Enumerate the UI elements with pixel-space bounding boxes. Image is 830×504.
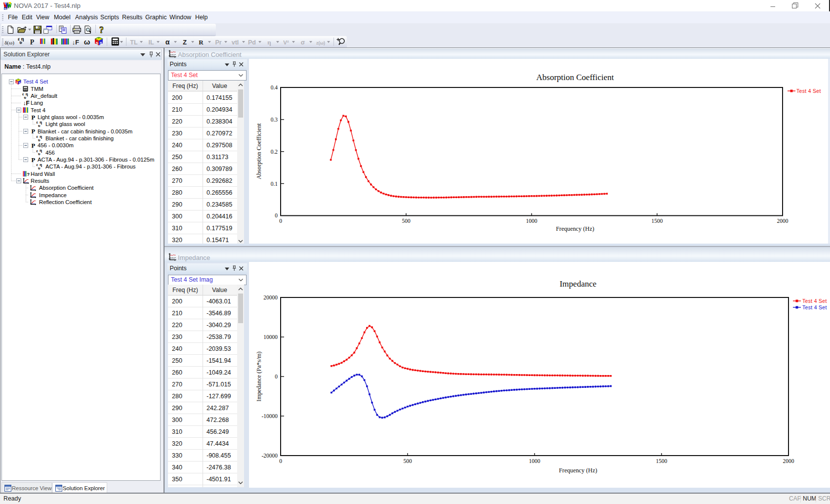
svg-text:Absorption Coefficient: Absorption Coefficient — [537, 73, 614, 82]
svg-text:υ: υ — [38, 137, 41, 142]
svg-text:Test 4 Set: Test 4 Set — [23, 79, 48, 84]
svg-text:α: α — [166, 38, 170, 46]
svg-text:0.3: 0.3 — [271, 117, 278, 123]
svg-text:Impedance: Impedance — [39, 192, 67, 198]
svg-text:Absorption Coefficient: Absorption Coefficient — [39, 185, 94, 191]
svg-text:-20000: -20000 — [261, 453, 278, 459]
svg-text:S: S — [100, 41, 102, 45]
svg-text:Reflection Coefficient: Reflection Coefficient — [39, 199, 92, 205]
svg-text:Hard Wall: Hard Wall — [31, 171, 55, 177]
svg-text:Test 4 Set: Test 4 Set — [802, 298, 827, 304]
svg-text:0: 0 — [275, 212, 278, 218]
svg-text:1500: 1500 — [656, 458, 667, 464]
svg-text:z(ω): z(ω) — [316, 41, 325, 45]
svg-text:Results: Results — [31, 178, 49, 184]
svg-text:↓F: ↓F — [23, 100, 30, 107]
svg-text:δ(ω): δ(ω) — [4, 40, 14, 46]
svg-text:500: 500 — [402, 218, 411, 224]
svg-text:Frequency (Hz): Frequency (Hz) — [556, 225, 594, 232]
svg-text:Frequency (Hz): Frequency (Hz) — [559, 467, 597, 474]
svg-text:500: 500 — [403, 458, 412, 464]
svg-text:υ: υ — [38, 166, 41, 170]
svg-text:Impedance: Impedance — [560, 279, 597, 289]
svg-text:0.2: 0.2 — [271, 149, 278, 155]
svg-text:10000: 10000 — [263, 334, 278, 340]
svg-text:ACTA - Aug.94 - p.301-306 - Fi: ACTA - Aug.94 - p.301-306 - Fibrous - 0.… — [38, 157, 155, 163]
svg-text:ω: ω — [84, 38, 90, 46]
svg-text:Blanket - car cabin finishing: Blanket - car cabin finishing — [45, 135, 114, 141]
svg-text:υ: υ — [38, 123, 41, 128]
svg-text:1500: 1500 — [652, 218, 663, 224]
svg-text:-10000: -10000 — [261, 413, 278, 419]
svg-text:2000: 2000 — [777, 218, 788, 224]
svg-text:0: 0 — [279, 458, 282, 464]
svg-text:σ: σ — [301, 39, 305, 46]
svg-text:P: P — [32, 157, 36, 164]
svg-text:P: P — [32, 142, 36, 149]
svg-text:1000: 1000 — [526, 218, 538, 224]
svg-text:Test 4 Set: Test 4 Set — [802, 305, 827, 310]
svg-text:0.1: 0.1 — [271, 181, 278, 187]
svg-text:Impedance (Pa*s/m): Impedance (Pa*s/m) — [255, 351, 262, 401]
svg-text:P: P — [32, 128, 36, 135]
svg-text:Test 4: Test 4 — [31, 107, 45, 113]
svg-text:TMM: TMM — [31, 86, 43, 92]
svg-text:Light glass wool: Light glass wool — [45, 121, 85, 127]
svg-text:1000: 1000 — [529, 458, 540, 464]
svg-text:υ: υ — [38, 151, 41, 156]
svg-text:456: 456 — [45, 150, 55, 156]
svg-text:S: S — [16, 81, 18, 84]
svg-text:Absorption Coefficient: Absorption Coefficient — [255, 123, 262, 179]
svg-text:0: 0 — [279, 218, 282, 224]
svg-text:?: ? — [99, 25, 104, 34]
svg-text:2000: 2000 — [783, 458, 794, 464]
svg-text:P: P — [32, 114, 36, 121]
svg-text:20000: 20000 — [263, 294, 278, 300]
svg-text:?: ? — [27, 171, 30, 177]
svg-text:ACTA - Aug.94 - p.301-306 - Fi: ACTA - Aug.94 - p.301-306 - Fibrous — [45, 164, 136, 169]
svg-text:Air_default: Air_default — [31, 93, 58, 99]
svg-text:Light glass wool - 0.0035m: Light glass wool - 0.0035m — [38, 114, 104, 120]
svg-text:S: S — [96, 41, 98, 45]
svg-text:456 - 0.0030m: 456 - 0.0030m — [38, 142, 74, 148]
svg-text:υ: υ — [24, 95, 26, 100]
svg-text:Test 4 Set: Test 4 Set — [796, 88, 821, 94]
svg-text:Blanket - car cabin finishing: Blanket - car cabin finishing - 0.0035m — [38, 128, 132, 134]
svg-text:η: η — [267, 39, 271, 46]
svg-text:R: R — [199, 39, 204, 46]
svg-text:P: P — [30, 39, 34, 46]
svg-text:Mec: Mec — [4, 7, 9, 10]
svg-text:0: 0 — [275, 374, 278, 379]
svg-text:0.4: 0.4 — [271, 84, 278, 90]
svg-text:S: S — [19, 82, 21, 84]
svg-text:Lang: Lang — [31, 100, 43, 106]
